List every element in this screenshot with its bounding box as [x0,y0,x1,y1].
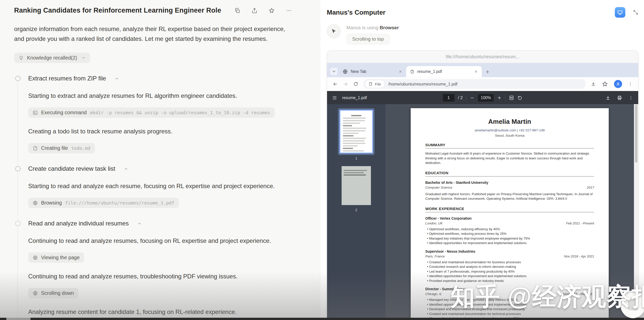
resume-section-heading: SUMMARY [425,143,594,149]
globe-icon [33,200,38,206]
resume-bullet: • Managed key initiatives that improved … [425,236,594,241]
chevron-up-icon[interactable] [137,221,142,226]
task-label: Read and analyze individual resumes [28,220,129,227]
page-number-input[interactable]: 1 [443,94,455,102]
zoom-level[interactable]: 100% [478,94,494,102]
pdf-toolbar: resume_1.pdf 1 / 2 100% [327,91,638,105]
globe-favicon-icon [343,69,348,74]
resume-bullet: • Identified opportunities for improveme… [425,274,594,279]
resume-section: SUMMARYMotivated Legal Assistant with 8 … [425,143,594,165]
globe-icon [33,255,38,260]
action-pill-detail: mkdir -p resumes && unzip -o upload/resu… [90,110,270,115]
new-tab-button[interactable] [485,70,490,74]
computer-badge-icon[interactable] [615,7,625,18]
pdf-thumbnail-page-1[interactable] [339,110,373,154]
pdf-download-icon[interactable] [605,95,610,100]
tab-search-icon[interactable] [330,68,338,75]
browser-tab-new-tab[interactable]: New Tab [339,66,406,77]
tab-label: resume_1.pdf [417,69,471,74]
resume-bullet: • Identified opportunities for improveme… [425,241,594,246]
action-pill[interactable]: Scrolling down [28,288,78,298]
computer-header: Manus's Computer [327,7,638,18]
print-icon[interactable] [617,95,622,100]
bulb-icon [19,55,24,61]
pdf-favicon-icon [410,70,414,74]
status-text: Manus is using Browser [346,25,399,31]
thumbnail-2-label: 2 [355,208,357,212]
thumbnail-line [343,140,364,141]
resume-entry-subtitle: London, UK [425,221,443,225]
tab-close-icon[interactable] [399,70,402,73]
rotate-icon[interactable] [518,96,522,100]
more-icon[interactable] [286,8,292,14]
resume-entry: Supervisor - Nexus IndustriesParis, Fran… [425,249,594,283]
download-icon[interactable] [591,81,596,86]
action-pill[interactable]: Browsingfile:///home/ubuntu/resumes/resu… [28,198,179,208]
window-titlebar: file:///home/ubuntu/resumes/resum... [327,51,638,63]
resume-entry: Bachelor of Arts - Stanford UniversityCo… [425,181,594,201]
chevron-up-icon[interactable] [115,76,119,81]
task-label: Extract resumes from ZIP file [28,75,106,82]
page-title: Ranking Candidates for Reinforcement Lea… [14,7,221,14]
back-icon[interactable] [333,81,338,87]
current-action-pill[interactable]: Scrolling to top [346,34,390,44]
thumbnail-line [343,143,365,144]
status-text: Continuing to read and analyze resumes, … [28,272,304,281]
action-pill[interactable]: Executing commandmkdir -p resumes && unz… [28,107,275,118]
resume-entry-date: 2017 [587,186,594,189]
chevron-down-icon [81,56,86,60]
menu-kebab-icon[interactable] [628,82,633,86]
file-scheme-chip[interactable]: File [365,80,385,88]
status-tool: Browser [380,25,399,30]
titlebar-url: file:///home/ubuntu/resumes/resum... [446,54,519,60]
task-item[interactable]: Create candidate review task list [14,165,306,172]
chevron-up-icon[interactable] [124,167,128,171]
tab-label: New Tab [351,69,396,74]
share-icon[interactable] [251,8,257,14]
url-input[interactable]: File /home/ubuntu/resumes/resume_1.pdf [363,79,586,89]
copy-icon[interactable] [234,8,240,14]
action-pill-detail: file:///home/ubuntu/resumes/resume_1.pdf [65,200,174,206]
star-icon[interactable] [269,8,275,14]
thumbnail-line [343,123,360,124]
resume-location: Seoul, South Korea [425,134,594,137]
tab-close-icon[interactable] [474,70,478,73]
resume-bullet: • Conducted research and analysis to inf… [425,265,594,269]
thumbnail-line [343,135,353,136]
resume-contact: ameliamartin@outlook.com | +82 527-967-1… [425,128,594,132]
thumbnail-line [351,115,361,116]
browser-tab-resume-1-pdf[interactable]: resume_1.pdf [406,66,482,77]
status-text: Starting to extract and analyze resumes … [28,91,304,100]
pdf-more-icon[interactable] [629,96,633,100]
reload-icon[interactable] [353,81,358,86]
thumbnail-line [343,145,358,147]
resume-entry-subtitle: Paris, France [425,254,445,258]
zoom-in-icon[interactable] [497,96,502,100]
cursor-icon [331,28,337,34]
action-pill[interactable]: Creating filetodo.md [28,143,95,153]
expand-icon[interactable] [633,10,638,15]
task-timeline: Extract resumes from ZIP fileStarting to… [14,75,306,320]
task-item[interactable]: Extract resumes from ZIP file [14,75,306,82]
knowledge-recalled-label: Knowledge recalled(2) [27,55,77,61]
knowledge-recalled-pill[interactable]: Knowledge recalled(2) [14,53,90,63]
task-item[interactable]: Read and analyze individual resumes [14,220,306,227]
forward-icon[interactable] [343,81,348,87]
resume-entry-subrow: London, UKFeb 2021 - Present [425,221,594,225]
fit-page-icon[interactable] [509,95,514,100]
resume-name: Amelia Martin [425,118,594,126]
resume-entry-subtitle: Chicago, IL [425,292,442,296]
action-pill-detail: todo.md [71,146,90,151]
resume-bullet-list: • Optimized workflows, reducing efficien… [425,227,594,246]
action-pill[interactable]: Viewing the page [28,252,84,263]
bookmark-icon[interactable] [602,81,608,87]
screenshot-stage: Ranking Candidates for Reinforcement Lea… [0,0,644,320]
zoom-out-icon[interactable] [470,96,474,100]
sidebar-toggle-icon[interactable] [332,95,337,100]
resume-entry-title: Bachelor of Arts - Stanford University [425,181,594,185]
pdf-thumbnail-page-2[interactable] [341,166,371,205]
watermark: 知乎 @经济观察报 [450,280,644,313]
thumbnail-line [343,120,365,121]
profile-icon[interactable] [614,80,622,88]
resume-section-heading: WORK EXPERIENCE [425,207,594,213]
